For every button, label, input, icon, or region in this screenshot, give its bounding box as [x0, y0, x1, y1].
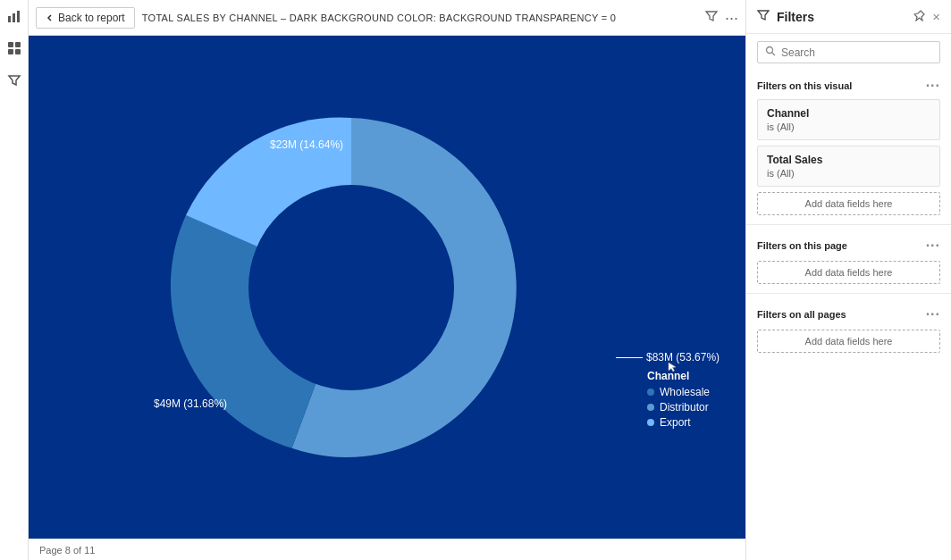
svg-rect-1: [13, 13, 15, 22]
filters-on-page-more[interactable]: ···: [926, 238, 940, 254]
legend-item-wholesale: Wholesale: [647, 386, 710, 398]
filters-on-page-title: Filters on this page: [757, 240, 847, 251]
legend-dot-export: [647, 419, 654, 426]
main-content: Back to report TOTAL SALES BY CHANNEL – …: [29, 0, 745, 560]
add-data-visual-button[interactable]: Add data fields here: [757, 192, 940, 215]
filter-card-total-sales[interactable]: Total Sales is (All): [757, 146, 940, 187]
donut-chart: [137, 73, 566, 502]
legend-dot-wholesale: [647, 389, 654, 396]
svg-point-7: [248, 185, 454, 390]
filters-pin-icon[interactable]: [913, 10, 925, 24]
add-data-all-pages-button[interactable]: Add data fields here: [757, 330, 940, 353]
filters-on-all-pages-title: Filters on all pages: [757, 309, 846, 320]
page-indicator: Page 8 of 11: [39, 545, 95, 556]
filters-panel-filter-icon: [757, 9, 770, 24]
back-arrow-icon: [46, 13, 55, 22]
legend-dot-distributor: [647, 404, 654, 411]
grid-icon[interactable]: [5, 39, 23, 57]
svg-point-8: [767, 47, 773, 54]
chart-legend: Channel Wholesale Distributor Export: [647, 370, 710, 431]
cursor-indicator: [668, 360, 678, 371]
filters-on-visual-title: Filters on this visual: [757, 80, 852, 91]
legend-label-export: Export: [660, 416, 691, 429]
add-data-page-button[interactable]: Add data fields here: [757, 261, 940, 284]
legend-label-distributor: Distributor: [660, 401, 709, 414]
toolbar-filter-icon[interactable]: [705, 10, 718, 25]
left-icon-bar: [0, 0, 29, 560]
svg-rect-3: [8, 42, 13, 47]
svg-rect-2: [17, 11, 20, 22]
legend-item-export: Export: [647, 416, 710, 429]
filter-card-channel[interactable]: Channel is (All): [757, 99, 940, 140]
label-export: $23M (14.64%): [270, 138, 343, 151]
status-bar: Page 8 of 11: [29, 539, 745, 560]
filters-on-all-pages-section: Filters on all pages ···: [746, 299, 951, 326]
svg-rect-4: [15, 42, 21, 47]
svg-rect-6: [15, 49, 21, 54]
filters-panel-header: Filters ×: [746, 0, 951, 34]
filter-card-channel-value: is (All): [767, 121, 930, 132]
filter-card-total-sales-value: is (All): [767, 168, 930, 179]
toolbar: Back to report TOTAL SALES BY CHANNEL – …: [29, 0, 745, 36]
toolbar-more-icon[interactable]: ···: [725, 10, 738, 26]
back-button-label: Back to report: [58, 12, 125, 24]
chart-area: $23M (14.64%) $83M (53.67%) $49M (31.68%…: [29, 36, 745, 539]
filters-panel: Filters × Filters on this visual ··· Cha…: [745, 0, 951, 560]
filters-close-icon[interactable]: ×: [932, 9, 940, 24]
search-icon: [765, 46, 776, 59]
back-to-report-button[interactable]: Back to report: [36, 7, 135, 29]
filters-on-all-pages-more[interactable]: ···: [926, 306, 940, 322]
filter-card-total-sales-title: Total Sales: [767, 154, 930, 166]
filters-on-page-section: Filters on this page ···: [746, 230, 951, 257]
label-wholesale: $49M (31.68%): [154, 397, 227, 410]
svg-rect-0: [8, 16, 11, 22]
filters-on-visual-section: Filters on this visual ···: [746, 71, 951, 97]
svg-rect-5: [8, 49, 13, 54]
legend-item-distributor: Distributor: [647, 401, 710, 414]
svg-line-9: [772, 53, 776, 56]
filters-on-visual-more[interactable]: ···: [926, 78, 940, 94]
toolbar-title: TOTAL SALES BY CHANNEL – DARK BACKGROUND…: [142, 13, 617, 23]
search-box[interactable]: [757, 41, 940, 63]
filter-icon[interactable]: [5, 71, 23, 89]
filter-card-channel-title: Channel: [767, 107, 930, 120]
chart-icon[interactable]: [5, 7, 23, 25]
legend-label-wholesale: Wholesale: [660, 386, 710, 398]
filters-panel-title: Filters: [777, 10, 906, 24]
search-input[interactable]: [781, 46, 932, 59]
